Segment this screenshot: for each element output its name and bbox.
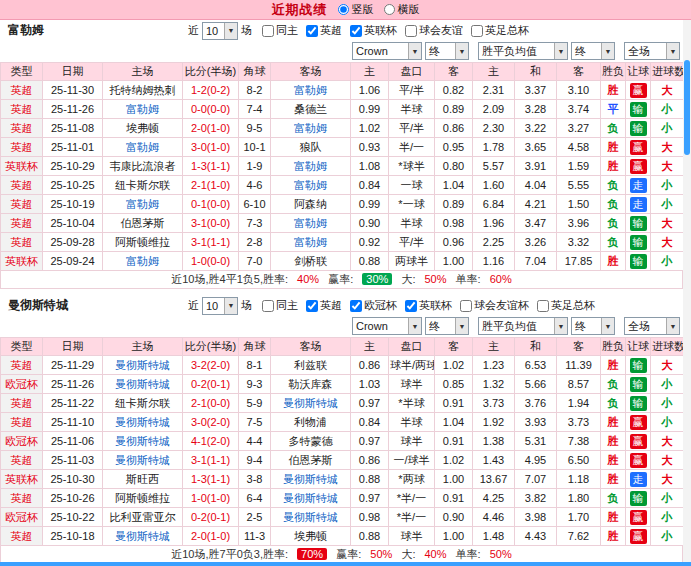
away-team-link[interactable]: 曼彻斯特城 <box>271 508 351 527</box>
home-team-link[interactable]: 纽卡斯尔联 <box>103 176 183 195</box>
summary-stat: 单率: <box>456 548 481 560</box>
home-team-link[interactable]: 富勒姆 <box>103 195 183 214</box>
view-mode-option[interactable]: 竖版 <box>338 2 374 17</box>
home-team-link[interactable]: 比利亚雷亚尔 <box>103 508 183 527</box>
match-scope-select[interactable]: 全场 ▼ <box>624 42 680 60</box>
view-mode-label: 竖版 <box>352 2 374 17</box>
league-filter-checkbox[interactable]: 英超 <box>306 298 342 313</box>
handicap-line-cell: *两球 <box>389 470 435 489</box>
metric-select[interactable]: 胜平负均值 ▼ <box>478 42 568 60</box>
draw-odds-cell: 4.43 <box>515 527 557 546</box>
home-team-link[interactable]: 埃弗顿 <box>103 119 183 138</box>
metric-stage-select[interactable]: 终 ▼ <box>571 42 615 60</box>
away-team-link[interactable]: 富勒姆 <box>271 157 351 176</box>
col-header-goals: 进球数 <box>651 338 684 356</box>
away-team-link[interactable]: 曼彻斯特城 <box>271 394 351 413</box>
league-filter-checkbox[interactable]: 欧冠杯 <box>350 298 397 313</box>
recent-count-select[interactable]: 10 ▼ <box>202 297 238 315</box>
home-team-link[interactable]: 阿斯顿维拉 <box>103 489 183 508</box>
vertical-scrollbar[interactable] <box>683 20 691 562</box>
home-team-link[interactable]: 韦康比流浪者 <box>103 157 183 176</box>
goals-badge: 大 <box>662 435 673 447</box>
away-team-link[interactable]: 多特蒙德 <box>271 432 351 451</box>
match-rows: 英超 25-11-29 曼彻斯特城 3-2(2-0) 8-1 利兹联 0.86 … <box>1 356 684 546</box>
league-filter-checkbox[interactable]: 英超 <box>306 23 342 38</box>
league-filter-checkbox-input[interactable] <box>306 300 318 312</box>
away-team-link[interactable]: 富勒姆 <box>271 233 351 252</box>
vertical-scrollbar-thumb[interactable] <box>684 60 690 155</box>
away-team-link[interactable]: 利兹联 <box>271 356 351 375</box>
result-cell: 负 <box>601 176 626 195</box>
home-team-link[interactable]: 曼彻斯特城 <box>103 375 183 394</box>
away-team-link[interactable]: 伯恩茅斯 <box>271 451 351 470</box>
league-filter-checkbox-input[interactable] <box>460 300 472 312</box>
home-team-link[interactable]: 曼彻斯特城 <box>103 356 183 375</box>
view-mode-radio[interactable] <box>338 4 349 15</box>
league-filter-checkbox-input[interactable] <box>405 25 417 37</box>
draw-odds-cell: 7.04 <box>515 252 557 271</box>
handicap-home-odds-cell: 0.92 <box>351 233 389 252</box>
home-team-link[interactable]: 伯恩茅斯 <box>103 214 183 233</box>
league-type-cell: 欧冠杯 <box>1 375 43 394</box>
bookmaker-select[interactable]: Crown ▼ <box>352 42 422 60</box>
odds-stage-select[interactable]: 终 ▼ <box>425 42 469 60</box>
league-filter-checkbox-input[interactable] <box>262 25 274 37</box>
chevron-down-icon: ▼ <box>554 43 567 59</box>
horizontal-scrollbar-thumb[interactable] <box>0 562 691 566</box>
league-filter-checkbox-input[interactable] <box>537 300 549 312</box>
away-team-link[interactable]: 富勒姆 <box>271 119 351 138</box>
view-mode-option[interactable]: 横版 <box>384 2 420 17</box>
date-cell: 25-11-30 <box>43 81 103 100</box>
away-team-link[interactable]: 富勒姆 <box>271 81 351 100</box>
league-filter-checkbox[interactable]: 英足总杯 <box>537 298 595 313</box>
away-team-link[interactable]: 曼彻斯特城 <box>271 470 351 489</box>
league-filter-checkbox-input[interactable] <box>306 25 318 37</box>
away-team-link[interactable]: 勒沃库森 <box>271 375 351 394</box>
home-team-link[interactable]: 曼彻斯特城 <box>103 451 183 470</box>
home-team-link[interactable]: 曼彻斯特城 <box>103 432 183 451</box>
goals-cell: 大 <box>651 81 684 100</box>
view-mode-radio[interactable] <box>384 4 395 15</box>
league-filter-checkbox[interactable]: 球会友谊杯 <box>460 298 529 313</box>
away-team-link[interactable]: 富勒姆 <box>271 214 351 233</box>
metric-stage-select[interactable]: 终 ▼ <box>571 317 615 335</box>
league-filter-checkbox[interactable]: 同主 <box>262 23 298 38</box>
match-scope-select[interactable]: 全场 ▼ <box>624 317 680 335</box>
corners-cell: 7-0 <box>239 252 271 271</box>
odds-stage-select[interactable]: 终 ▼ <box>425 317 469 335</box>
league-filter-checkbox[interactable]: 英联杯 <box>350 23 397 38</box>
home-team-link[interactable]: 斯旺西 <box>103 470 183 489</box>
home-team-link[interactable]: 富勒姆 <box>103 138 183 157</box>
away-team-link[interactable]: 桑德兰 <box>271 100 351 119</box>
away-team-link[interactable]: 曼彻斯特城 <box>271 489 351 508</box>
away-team-link[interactable]: 阿森纳 <box>271 195 351 214</box>
league-filter-checkbox[interactable]: 球会友谊 <box>405 23 463 38</box>
league-filter-checkbox[interactable]: 同主 <box>262 298 298 313</box>
home-team-link[interactable]: 纽卡斯尔联 <box>103 394 183 413</box>
league-filter-checkbox[interactable]: 英足总杯 <box>471 23 529 38</box>
home-team-link[interactable]: 阿斯顿维拉 <box>103 233 183 252</box>
home-team-link[interactable]: 富勒姆 <box>103 100 183 119</box>
win-odds-cell: 1.43 <box>473 451 515 470</box>
bookmaker-select[interactable]: Crown ▼ <box>352 317 422 335</box>
league-filter-checkbox-input[interactable] <box>262 300 274 312</box>
win-odds-cell: 1.60 <box>473 176 515 195</box>
lose-odds-cell: 3.32 <box>557 233 601 252</box>
home-team-link[interactable]: 曼彻斯特城 <box>103 527 183 546</box>
away-team-link[interactable]: 狼队 <box>271 138 351 157</box>
league-filter-checkbox-input[interactable] <box>350 25 362 37</box>
recent-count-select[interactable]: 10 ▼ <box>202 22 238 40</box>
league-filter-checkbox-input[interactable] <box>471 25 483 37</box>
metric-select[interactable]: 胜平负均值 ▼ <box>478 317 568 335</box>
home-team-link[interactable]: 曼彻斯特城 <box>103 413 183 432</box>
away-team-link[interactable]: 埃弗顿 <box>271 527 351 546</box>
league-filter-checkbox[interactable]: 英联杯 <box>405 298 452 313</box>
league-filter-checkbox-input[interactable] <box>350 300 362 312</box>
away-team-link[interactable]: 利物浦 <box>271 413 351 432</box>
home-team-link[interactable]: 富勒姆 <box>103 252 183 271</box>
league-filter-checkbox-input[interactable] <box>405 300 417 312</box>
away-team-link[interactable]: 富勒姆 <box>271 176 351 195</box>
away-team-link[interactable]: 剑桥联 <box>271 252 351 271</box>
corners-cell: 7-3 <box>239 214 271 233</box>
home-team-link[interactable]: 托特纳姆热刺 <box>103 81 183 100</box>
